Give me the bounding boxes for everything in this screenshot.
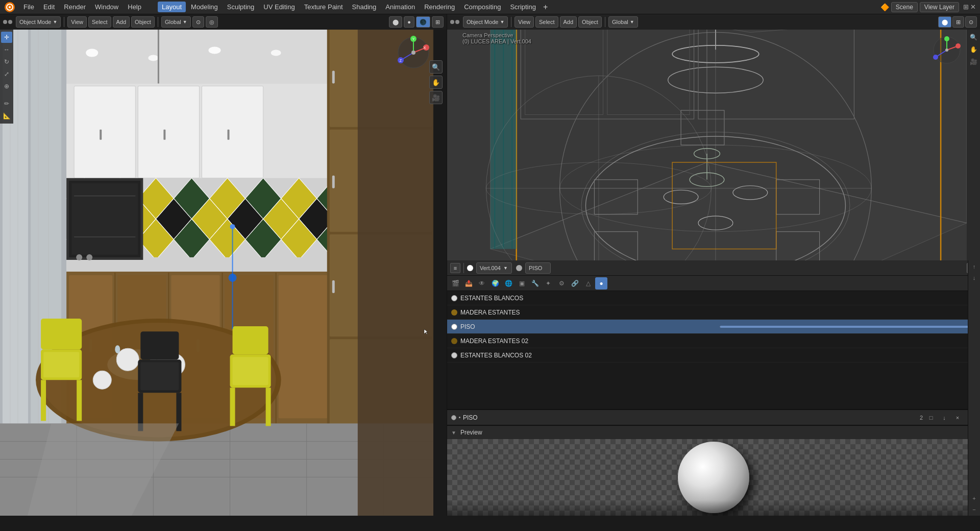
close-icon[interactable]: ✕	[970, 3, 976, 11]
tool-measure[interactable]: 📐	[1, 110, 12, 122]
menu-window[interactable]: Window	[91, 2, 122, 12]
prop-icon-output[interactable]: 📤	[462, 277, 475, 289]
right-overlay-btn[interactable]: ⊞	[952, 16, 964, 28]
tool-move[interactable]: ↔	[1, 44, 12, 55]
material-row-estantes-blancos-02[interactable]: ESTANTES BLANCOS 02	[447, 348, 980, 363]
right-select-btn[interactable]: Select	[535, 16, 558, 28]
right-scene-content[interactable]	[447, 30, 967, 260]
menu-file[interactable]: File	[19, 2, 38, 12]
material-name-1: ESTANTES BLANCOS	[460, 295, 976, 302]
svg-rect-24	[100, 130, 102, 140]
prop-icon-world[interactable]: 🌐	[502, 277, 514, 289]
menu-help[interactable]: Help	[124, 2, 145, 12]
prop-icon-constraints[interactable]: 🔗	[569, 277, 581, 289]
workspace-sculpting[interactable]: Sculpting	[223, 2, 258, 12]
prop-icon-data[interactable]: △	[582, 277, 594, 289]
proportional-btn[interactable]: ◎	[206, 16, 218, 28]
workspace-uv-editing[interactable]: UV Editing	[259, 2, 299, 12]
shading-rendered[interactable]: 🌑	[416, 16, 430, 28]
svg-rect-109	[140, 362, 179, 390]
shading-solid[interactable]: ⬤	[389, 16, 402, 28]
right-props-icon-4[interactable]: −	[969, 504, 979, 515]
camera-btn[interactable]: 🎥	[429, 91, 443, 104]
overlay-btn[interactable]: ⊞	[432, 16, 444, 28]
vert-name[interactable]: Vert.004 ▼	[476, 262, 512, 274]
workspace-compositing[interactable]: Compositing	[460, 2, 505, 12]
left-view-btn[interactable]: View	[67, 16, 87, 28]
right-props-icon-3[interactable]: +	[969, 493, 979, 503]
preview-label: Preview	[460, 429, 482, 436]
workspace-animation[interactable]: Animation	[381, 2, 419, 12]
right-xray-btn[interactable]: ⊙	[965, 16, 977, 28]
right-view-btn[interactable]: View	[514, 16, 534, 28]
prop-icon-physics[interactable]: ⚙	[555, 277, 568, 289]
workspace-texture-paint[interactable]: Texture Paint	[300, 2, 347, 12]
prop-icon-render[interactable]: 🎬	[449, 277, 461, 289]
tool-cursor[interactable]: ✛	[1, 32, 12, 43]
global-selector[interactable]: Global ▼	[161, 16, 191, 28]
svg-point-8	[271, 50, 281, 56]
right-zoom-btn[interactable]: 🔍	[968, 32, 979, 43]
right-shading-solid[interactable]: ⬤	[938, 16, 951, 28]
tool-transform[interactable]: ⊕	[1, 81, 12, 92]
hand-btn[interactable]: ✋	[429, 76, 443, 89]
workspace-rendering[interactable]: Rendering	[420, 2, 459, 12]
viewport-gizmo[interactable]: X Y Z	[396, 35, 431, 70]
prop-icon-object[interactable]: ▣	[516, 277, 528, 289]
props-menu-icon[interactable]: ≡	[450, 263, 460, 273]
left-add-btn[interactable]: Add	[113, 16, 130, 28]
menu-edit[interactable]: Edit	[39, 2, 59, 12]
left-mode-selector[interactable]: Object Mode ▼	[16, 16, 61, 28]
left-select-btn[interactable]: Select	[88, 16, 111, 28]
right-props-icon-1[interactable]: ↑	[969, 261, 979, 272]
preview-section: ▼ Preview	[447, 425, 980, 516]
prop-icon-view[interactable]: 👁	[476, 277, 488, 289]
kitchen-render-view[interactable]	[0, 30, 433, 516]
slot-icon-copy[interactable]: □	[926, 413, 936, 423]
right-hand-btn[interactable]: ✋	[968, 44, 979, 55]
right-camera-render-btn[interactable]: 🎥	[968, 56, 979, 67]
material-row-madera-estantes[interactable]: MADERA ESTANTES	[447, 305, 980, 320]
workspace-add[interactable]: +	[541, 3, 550, 12]
material-row-madera-estantes-02[interactable]: MADERA ESTANTES 02	[447, 334, 980, 348]
right-viewport-gizmo[interactable]	[932, 35, 962, 67]
menu-render[interactable]: Render	[60, 2, 90, 12]
svg-point-6	[148, 55, 158, 61]
prop-icon-particles[interactable]: ✦	[542, 277, 554, 289]
workspace-scripting[interactable]: Scripting	[506, 2, 540, 12]
right-props-icon-2[interactable]: ↓	[969, 273, 979, 283]
left-object-btn[interactable]: Object	[131, 16, 155, 28]
scene-selector[interactable]: Scene	[891, 2, 918, 12]
material-row-piso[interactable]: PISO	[447, 320, 980, 334]
material-row-estantes-blancos[interactable]: ESTANTES BLANCOS	[447, 291, 980, 305]
workspace-modeling[interactable]: Modeling	[187, 2, 222, 12]
svg-rect-21	[74, 86, 135, 178]
prop-icon-material[interactable]: ●	[595, 277, 607, 289]
tool-scale[interactable]: ⤢	[1, 68, 12, 80]
right-mode-selector[interactable]: Object Mode ▼	[463, 16, 508, 28]
tool-rotate[interactable]: ↻	[1, 56, 12, 67]
preview-header[interactable]: ▼ Preview	[447, 426, 980, 439]
prop-icon-modifier[interactable]: 🔧	[529, 277, 541, 289]
screen-icon[interactable]: ⊞	[963, 3, 969, 11]
zoom-in-btn[interactable]: 🔍	[429, 60, 443, 74]
material-slot: PISO 2 □ ↓ × ⚙	[447, 409, 980, 425]
prop-icon-scene[interactable]: 🌍	[489, 277, 501, 289]
shading-material[interactable]: ●	[404, 16, 414, 28]
svg-rect-74	[332, 280, 335, 293]
workspace-layout[interactable]: Layout	[158, 2, 186, 12]
right-add-btn[interactable]: Add	[560, 16, 577, 28]
tool-annotate[interactable]: ✏	[1, 98, 12, 109]
right-object-btn[interactable]: Object	[578, 16, 602, 28]
view-layer-selector[interactable]: View Layer	[920, 2, 959, 12]
right-viewport[interactable]: Object Mode ▼ View Select Add Object Glo…	[447, 14, 980, 260]
svg-point-2	[9, 6, 11, 8]
piso-label-btn[interactable]: PISO	[525, 262, 551, 274]
slot-material-name: PISO	[463, 414, 478, 421]
snap-btn[interactable]: ⊙	[192, 16, 204, 28]
slot-icon-delete[interactable]: ×	[952, 413, 963, 423]
right-global-selector[interactable]: Global ▼	[608, 16, 638, 28]
workspace-shading[interactable]: Shading	[348, 2, 381, 12]
svg-point-7	[208, 46, 220, 54]
slot-icon-link[interactable]: ↓	[939, 413, 949, 423]
